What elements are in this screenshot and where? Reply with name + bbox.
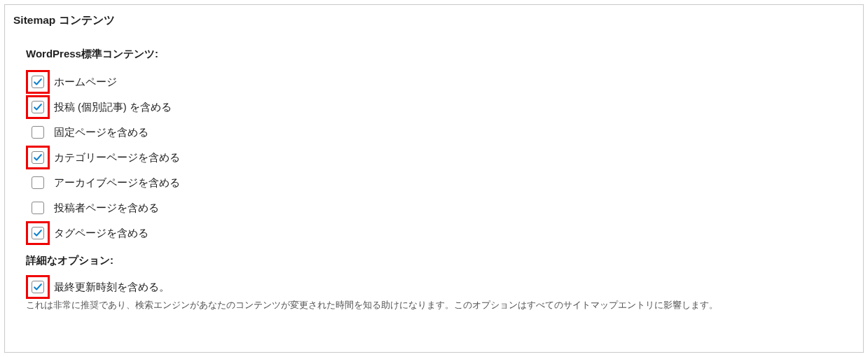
checkbox-homepage[interactable]: [32, 76, 44, 88]
checkbox-posts[interactable]: [32, 101, 44, 113]
option-categories-row: カテゴリーページを含める: [26, 145, 842, 170]
checkbox-wrap-6: [26, 221, 50, 245]
option-label[interactable]: 固定ページを含める: [54, 126, 149, 139]
option-lastmod-row: 最終更新時刻を含める。: [26, 274, 842, 300]
option-label[interactable]: カテゴリーページを含める: [54, 151, 180, 164]
option-archive-row: アーカイブページを含める: [26, 170, 842, 195]
advanced-heading: 詳細なオプション:: [26, 254, 842, 267]
option-tag-row: タグページを含める: [26, 220, 842, 246]
checkbox-wrap-3: [26, 146, 50, 169]
option-label[interactable]: タグページを含める: [54, 227, 149, 240]
lastmod-description: これは非常に推奨であり、検索エンジンがあなたのコンテンツが変更された時間を知る助…: [26, 298, 842, 313]
sitemap-contents-panel: Sitemap コンテンツ WordPress標準コンテンツ: ホームページ 投…: [4, 4, 864, 353]
option-label[interactable]: アーカイブページを含める: [54, 176, 180, 190]
check-icon: [33, 153, 43, 162]
checkbox-wrap-5: [26, 196, 50, 220]
checkbox-author[interactable]: [32, 202, 44, 214]
option-label[interactable]: ホームページ: [54, 76, 117, 89]
checkbox-wrap-2: [26, 120, 50, 144]
panel-title: Sitemap コンテンツ: [5, 5, 863, 29]
checkbox-wrap-4: [26, 171, 50, 195]
check-icon: [33, 77, 43, 87]
checkbox-pages[interactable]: [32, 126, 44, 139]
option-label[interactable]: 最終更新時刻を含める。: [54, 281, 170, 294]
option-author-row: 投稿者ページを含める: [26, 195, 842, 220]
check-icon: [33, 102, 43, 112]
option-posts-row: 投稿 (個別記事) を含める: [26, 94, 842, 120]
checkbox-wrap-1: [26, 95, 50, 119]
checkbox-tag[interactable]: [32, 227, 44, 239]
checkbox-wrap-adv: [26, 275, 50, 299]
checkbox-archive[interactable]: [32, 176, 44, 189]
checkbox-wrap-0: [26, 70, 50, 94]
option-label[interactable]: 投稿 (個別記事) を含める: [54, 101, 172, 114]
check-icon: [33, 282, 43, 292]
section-standard: WordPress標準コンテンツ: ホームページ 投稿 (個別記事) を含める …: [5, 48, 863, 313]
option-label[interactable]: 投稿者ページを含める: [54, 202, 159, 215]
option-pages-row: 固定ページを含める: [26, 120, 842, 145]
standard-heading: WordPress標準コンテンツ:: [26, 48, 842, 61]
checkbox-lastmod[interactable]: [32, 281, 44, 293]
option-homepage-row: ホームページ: [26, 69, 842, 94]
checkbox-categories[interactable]: [32, 151, 44, 164]
check-icon: [33, 228, 43, 238]
